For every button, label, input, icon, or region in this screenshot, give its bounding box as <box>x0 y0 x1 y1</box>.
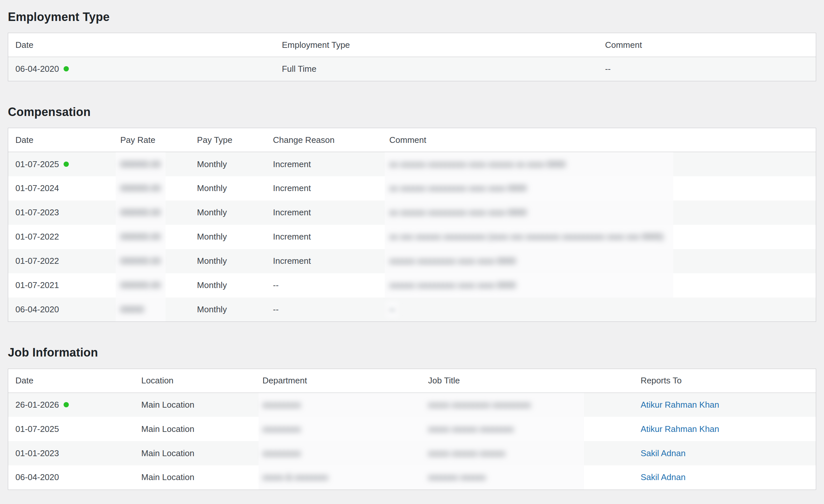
comment-cell-redacted: xx xxx xxxxxx xxxxxxxxxx (xxxx xxx xxxxx… <box>382 225 816 249</box>
table-header-row: Date Employment Type Comment <box>8 33 816 57</box>
date-cell: 26-01-2026 <box>8 393 134 417</box>
col-header-pay-type: Pay Type <box>190 128 266 152</box>
table-row: 01-07-2023 000000.00 Monthly Increment x… <box>8 201 816 225</box>
date-cell: 01-07-2022 <box>8 225 113 249</box>
pay-type-cell: Monthly <box>190 225 266 249</box>
department-cell-redacted: xxxxxxxxx <box>255 441 421 465</box>
pay-type-cell: Monthly <box>190 249 266 273</box>
date-cell: 06-04-2020 <box>8 298 113 322</box>
change-reason-cell: Increment <box>266 201 382 225</box>
pay-type-cell: Monthly <box>190 152 266 176</box>
table-row: 06-04-2020 Main Location xxxxx & xxxxxxx… <box>8 465 816 490</box>
department-cell-redacted: xxxxx & xxxxxxxx <box>255 465 421 490</box>
pay-type-cell: Monthly <box>190 273 266 298</box>
pay-rate-cell-redacted: 000000.00 <box>113 176 190 201</box>
section-employment-type: Employment Type Date Employment Type Com… <box>8 10 816 81</box>
reports-to-cell: Atikur Rahman Khan <box>633 393 816 417</box>
date-cell: 01-07-2024 <box>8 176 113 201</box>
date-cell: 01-07-2025 <box>8 152 113 176</box>
location-cell: Main Location <box>134 417 255 441</box>
table-row: 01-07-2024 000000.00 Monthly Increment x… <box>8 176 816 201</box>
comment-cell-redacted: xx xxxxxx xxxxxxxxx xxxx xxxx 0000 <box>382 176 816 201</box>
table-row: 01-07-2025 Main Location xxxxxxxxx xxxxx… <box>8 417 816 441</box>
reports-to-cell: Sakil Adnan <box>633 465 816 490</box>
reports-to-cell: Sakil Adnan <box>633 441 816 465</box>
col-header-location: Location <box>134 369 255 393</box>
comment-cell-redacted: xx xxxxxx xxxxxxxxx xxxx xxxxxx xx xxxx … <box>382 152 816 176</box>
table-row: 01-07-2022 000000.00 Monthly Increment x… <box>8 225 816 249</box>
change-reason-cell: -- <box>266 298 382 322</box>
compensation-table: Date Pay Rate Pay Type Change Reason Com… <box>8 128 816 322</box>
date-cell: 01-07-2022 <box>8 249 113 273</box>
date-cell: 01-01-2023 <box>8 441 134 465</box>
section-title-compensation: Compensation <box>8 105 816 119</box>
current-record-dot-icon <box>64 402 69 407</box>
location-cell: Main Location <box>134 441 255 465</box>
pay-rate-cell-redacted: 000000.00 <box>113 273 190 298</box>
section-job-information: Job Information Date Location Department… <box>8 345 816 490</box>
table-row: 01-07-2025 000000.00 Monthly Increment x… <box>8 152 816 176</box>
reports-to-cell: Atikur Rahman Khan <box>633 417 816 441</box>
pay-rate-cell-redacted: 00000 <box>113 298 190 322</box>
col-header-date: Date <box>8 128 113 152</box>
blur-patch: -- <box>389 304 395 315</box>
section-compensation: Compensation Date Pay Rate Pay Type Chan… <box>8 105 816 322</box>
comment-cell-redacted: xxxxxx xxxxxxxxx xxxx xxxx 0000 <box>382 249 816 273</box>
job-title-cell-redacted: xxxxxxx xxxxxx <box>421 465 633 490</box>
section-title-job-information: Job Information <box>8 345 816 360</box>
reports-to-link[interactable]: Atikur Rahman Khan <box>640 424 719 434</box>
reports-to-link[interactable]: Sakil Adnan <box>640 448 685 458</box>
col-header-date: Date <box>8 369 134 393</box>
table-header-row: Date Pay Rate Pay Type Change Reason Com… <box>8 128 816 152</box>
date-cell: 06-04-2020 <box>8 57 275 81</box>
col-header-pay-rate: Pay Rate <box>113 128 190 152</box>
table-row: 01-07-2022 000000.00 Monthly Increment x… <box>8 249 816 273</box>
table-row: 01-07-2021 000000.00 Monthly -- xxxxxx x… <box>8 273 816 298</box>
date-cell: 01-07-2023 <box>8 201 113 225</box>
current-record-dot-icon <box>64 66 69 72</box>
comment-cell-redacted: xxxxxx xxxxxxxxx xxxx xxxx 0000 <box>382 273 816 298</box>
date-cell: 01-07-2025 <box>8 417 134 441</box>
col-header-change-reason: Change Reason <box>266 128 382 152</box>
pay-rate-cell-redacted: 000000.00 <box>113 225 190 249</box>
department-cell-redacted: xxxxxxxxx <box>255 417 421 441</box>
table-header-row: Date Location Department Job Title Repor… <box>8 369 816 393</box>
change-reason-cell: -- <box>266 273 382 298</box>
table-row: 26-01-2026 Main Location xxxxxxxxx xxxxx… <box>8 393 816 417</box>
col-header-employment-type: Employment Type <box>275 33 598 57</box>
table-row: 06-04-2020 00000 Monthly -- -- <box>8 298 816 322</box>
table-row: 06-04-2020 Full Time -- <box>8 57 816 81</box>
employment-type-cell: Full Time <box>275 57 598 81</box>
pay-rate-cell-redacted: 000000.00 <box>113 152 190 176</box>
reports-to-link[interactable]: Sakil Adnan <box>640 472 685 482</box>
col-header-reports-to: Reports To <box>633 369 816 393</box>
col-header-job-title: Job Title <box>421 369 633 393</box>
comment-cell-redacted: -- <box>382 298 816 322</box>
pay-type-cell: Monthly <box>190 176 266 201</box>
date-cell: 01-07-2021 <box>8 273 113 298</box>
job-title-cell-redacted: xxxxx xxxxxxxxx xxxxxxxxx <box>421 393 633 417</box>
location-cell: Main Location <box>134 465 255 490</box>
employee-history-page: Employment Type Date Employment Type Com… <box>0 0 824 490</box>
col-header-comment: Comment <box>598 33 816 57</box>
comment-cell-redacted: xx xxxxxx xxxxxxxxx xxxx xxxx 0000 <box>382 201 816 225</box>
change-reason-cell: Increment <box>266 249 382 273</box>
col-header-date: Date <box>8 33 275 57</box>
col-header-department: Department <box>255 369 421 393</box>
employment-type-table: Date Employment Type Comment 06-04-2020 … <box>8 33 816 81</box>
pay-type-cell: Monthly <box>190 298 266 322</box>
job-title-cell-redacted: xxxxx xxxxxx xxxxxxxx <box>421 417 633 441</box>
job-title-cell-redacted: xxxxx xxxxxx xxxxxx <box>421 441 633 465</box>
pay-rate-cell-redacted: 000000.00 <box>113 201 190 225</box>
table-row: 01-01-2023 Main Location xxxxxxxxx xxxxx… <box>8 441 816 465</box>
location-cell: Main Location <box>134 393 255 417</box>
pay-type-cell: Monthly <box>190 201 266 225</box>
comment-cell: -- <box>598 57 816 81</box>
col-header-comment: Comment <box>382 128 816 152</box>
reports-to-link[interactable]: Atikur Rahman Khan <box>640 400 719 410</box>
change-reason-cell: Increment <box>266 152 382 176</box>
pay-rate-cell-redacted: 000000.00 <box>113 249 190 273</box>
change-reason-cell: Increment <box>266 225 382 249</box>
department-cell-redacted: xxxxxxxxx <box>255 393 421 417</box>
section-title-employment-type: Employment Type <box>8 10 816 24</box>
